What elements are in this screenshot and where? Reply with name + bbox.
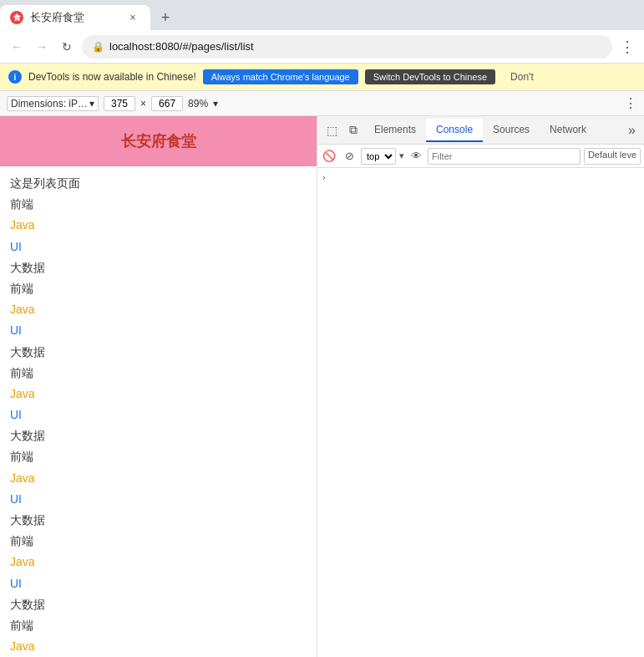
- console-stop-button[interactable]: 🚫: [321, 148, 337, 165]
- devtools-notification: i DevTools is now available in Chinese! …: [0, 64, 644, 91]
- inspect-element-button[interactable]: ⬚: [321, 120, 342, 141]
- secure-icon: 🔒: [92, 41, 104, 53]
- url-text: localhost:8080/#/pages/list/list: [109, 40, 602, 53]
- devtools-panel: ⬚ ⧉ Elements Console Sources Network » 🚫…: [317, 116, 644, 657]
- device-selector[interactable]: Dimensions: iP… ▾: [7, 96, 99, 111]
- devtools-tabs: ⬚ ⧉ Elements Console Sources Network »: [317, 116, 644, 145]
- tab-favicon: 食: [10, 11, 23, 24]
- tab-title: 长安府食堂: [30, 10, 84, 25]
- dimensions-label: Dimensions: iP…: [11, 98, 88, 110]
- list-item: 大数据: [10, 510, 307, 531]
- active-tab[interactable]: 食 长安府食堂 ×: [0, 5, 150, 30]
- tab-bar: 食 长安府食堂 × +: [0, 0, 644, 30]
- list-item: Java: [10, 215, 307, 236]
- switch-devtools-button[interactable]: Switch DevTools to Chinese: [365, 69, 495, 84]
- dimensions-bar: Dimensions: iP… ▾ × 89% ▾ ⋮: [0, 91, 644, 116]
- height-input[interactable]: [151, 96, 183, 111]
- main-area: 长安府食堂 这是列表页面 前端JavaUI大数据前端JavaUI大数据前端Jav…: [0, 116, 644, 657]
- list-item: 前端: [10, 363, 307, 384]
- list-item-intro: 这是列表页面: [10, 173, 307, 194]
- list-item: UI: [10, 320, 307, 341]
- console-eye-button[interactable]: 👁: [408, 148, 424, 165]
- dimensions-x: ×: [140, 98, 146, 110]
- notification-text: DevTools is now available in Chinese!: [28, 71, 196, 83]
- page-viewport: 长安府食堂 这是列表页面 前端JavaUI大数据前端JavaUI大数据前端Jav…: [0, 116, 317, 657]
- new-tab-button[interactable]: +: [154, 6, 177, 29]
- console-filter-input[interactable]: [428, 148, 581, 165]
- back-button[interactable]: ←: [7, 37, 27, 57]
- list-item: Java: [10, 552, 307, 573]
- nav-more-button[interactable]: ⋮: [617, 37, 637, 57]
- list-item: 前端: [10, 446, 307, 467]
- console-clear-button[interactable]: ⊘: [341, 148, 357, 165]
- console-context-select[interactable]: top: [361, 148, 396, 165]
- list-item: UI: [10, 405, 307, 425]
- tab-sources[interactable]: Sources: [483, 119, 540, 142]
- console-content: ›: [317, 168, 644, 657]
- page-header: 长安府食堂: [0, 116, 317, 166]
- url-bar[interactable]: 🔒 localhost:8080/#/pages/list/list: [82, 35, 612, 59]
- list-item: 前端: [10, 531, 307, 552]
- match-language-button[interactable]: Always match Chrome's language: [203, 69, 358, 84]
- list-item: 大数据: [10, 425, 307, 446]
- console-arrow[interactable]: ›: [322, 172, 326, 182]
- list-item: 大数据: [10, 594, 307, 615]
- forward-button[interactable]: →: [32, 37, 52, 57]
- zoom-level: 89%: [188, 98, 208, 110]
- page-list: 这是列表页面 前端JavaUI大数据前端JavaUI大数据前端JavaUI大数据…: [0, 166, 317, 657]
- list-item: UI: [10, 489, 307, 510]
- list-item: 前端: [10, 278, 307, 299]
- tab-console[interactable]: Console: [426, 119, 483, 142]
- console-toolbar: 🚫 ⊘ top ▾ 👁 Default leve: [317, 145, 644, 168]
- list-item: UI: [10, 237, 307, 257]
- devtools-more-tabs-button[interactable]: »: [623, 123, 641, 138]
- chevron-down-icon: ▾: [89, 98, 94, 110]
- reload-button[interactable]: ↻: [57, 37, 77, 57]
- width-input[interactable]: [104, 96, 135, 111]
- tab-network[interactable]: Network: [540, 119, 596, 142]
- list-item: UI: [10, 573, 307, 594]
- dimensions-more-button[interactable]: ⋮: [624, 95, 637, 111]
- console-level-selector[interactable]: Default leve: [584, 148, 641, 165]
- list-item: 大数据: [10, 342, 307, 363]
- tab-elements[interactable]: Elements: [364, 119, 426, 142]
- tab-close-button[interactable]: ×: [125, 10, 140, 25]
- list-item: Java: [10, 384, 307, 405]
- chevron-down-icon-zoom: ▾: [213, 98, 218, 110]
- list-item: 前端: [10, 615, 307, 636]
- list-item: 前端: [10, 194, 307, 215]
- notification-icon: i: [8, 70, 22, 84]
- device-toolbar-button[interactable]: ⧉: [342, 120, 364, 141]
- dont-button[interactable]: Don't: [502, 69, 542, 85]
- page-title: 长安府食堂: [121, 133, 196, 150]
- list-item: Java: [10, 468, 307, 489]
- list-item: Java: [10, 636, 307, 657]
- nav-bar: ← → ↻ 🔒 localhost:8080/#/pages/list/list…: [0, 30, 644, 64]
- list-item: 大数据: [10, 257, 307, 278]
- list-item: Java: [10, 299, 307, 320]
